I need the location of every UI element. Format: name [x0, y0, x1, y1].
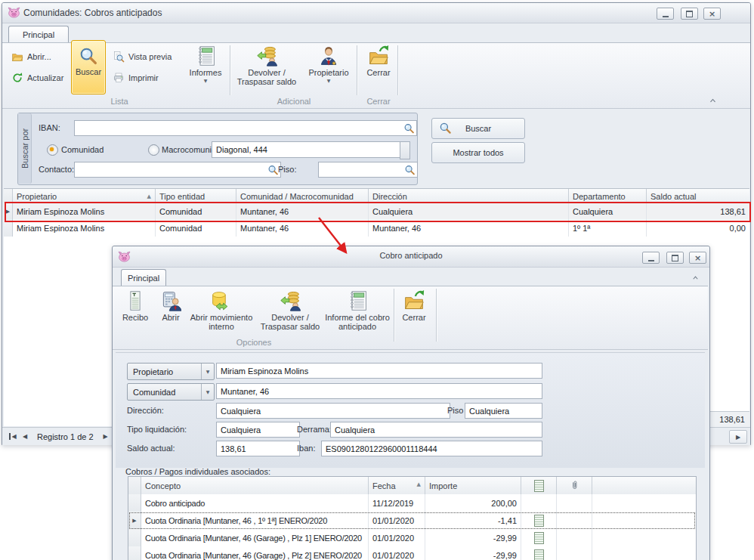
- child-window-title: Cobro anticipado: [113, 251, 709, 260]
- piso-label: Piso:: [278, 165, 296, 174]
- abrir-button[interactable]: Abrir...: [10, 48, 53, 65]
- next-record-icon[interactable]: ▶: [100, 431, 112, 443]
- column-header-receipt[interactable]: [521, 477, 557, 494]
- detail-grid: Concepto Fecha▲ Importe Cobro anticipado…: [128, 476, 697, 560]
- column-header-comunidad[interactable]: Comunidad / Macrocomunidad: [236, 189, 369, 204]
- browse-button[interactable]: [400, 141, 410, 159]
- direccion-field[interactable]: Cualquiera: [216, 403, 450, 419]
- comunidad-field[interactable]: Muntaner, 46: [216, 383, 542, 399]
- first-record-icon[interactable]: ◀: [7, 431, 19, 443]
- ribbon-separator: [436, 289, 437, 342]
- coins-person-icon: [280, 290, 301, 311]
- search-icon: [79, 46, 98, 66]
- collapse-ribbon-icon[interactable]: [691, 274, 700, 282]
- ribbon-separator: [357, 45, 357, 95]
- piso-field[interactable]: Cualquiera: [465, 403, 542, 419]
- informes-button[interactable]: Informes ▼: [184, 42, 227, 97]
- column-header-direccion[interactable]: Dirección: [369, 189, 569, 204]
- comunidad-selector[interactable]: Comunidad ▼: [127, 383, 215, 401]
- sort-asc-icon: ▲: [147, 193, 151, 200]
- receipt-icon[interactable]: [534, 532, 544, 544]
- receipt-icon: [534, 480, 544, 492]
- iban-input[interactable]: [74, 120, 417, 136]
- receipt-icon[interactable]: [534, 515, 544, 527]
- actualizar-button[interactable]: Actualizar: [10, 70, 65, 86]
- informe-cobro-button[interactable]: Informe del cobro anticipado: [324, 287, 391, 339]
- iban-field-child[interactable]: ES0901280122960001118444: [321, 441, 542, 456]
- dropdown-arrow-icon: ▼: [327, 79, 331, 83]
- record-counter: Registro 1 de 2: [37, 432, 94, 441]
- tipo-liquidacion-field[interactable]: Cualquiera: [216, 422, 300, 438]
- folder-arrow-icon: [368, 45, 389, 67]
- receipt-icon[interactable]: [534, 549, 544, 560]
- buscar-ribbon-button[interactable]: Buscar: [71, 40, 106, 94]
- radio-comunidad[interactable]: [47, 144, 58, 156]
- detail-row-focused[interactable]: ▶ Cuota Ordinaria [Muntaner, 46 , 1º 1ª]…: [128, 512, 696, 530]
- abrir-movimiento-button[interactable]: Abrir movimiento interno: [187, 287, 256, 339]
- close-icon[interactable]: ×: [689, 252, 706, 264]
- table-row[interactable]: ▶ Miriam Espinoza Molins Comunidad Munta…: [4, 203, 749, 221]
- column-header-saldo-actual[interactable]: Saldo actual: [647, 189, 749, 204]
- folder-arrow-icon: [403, 290, 425, 311]
- scroll-right-icon[interactable]: ▶: [729, 430, 747, 444]
- minimize-icon[interactable]: [642, 252, 660, 264]
- column-header-importe[interactable]: Importe: [425, 477, 521, 494]
- detail-row[interactable]: Cuota Ordinaria [Muntaner, 46 (Garage) ,…: [128, 529, 696, 547]
- piso-input[interactable]: [318, 162, 418, 178]
- tab-principal-child[interactable]: Principal: [121, 269, 166, 286]
- collapse-ribbon-icon[interactable]: [707, 96, 718, 105]
- recibo-button[interactable]: Recibo: [116, 287, 155, 339]
- column-header-tipo-entidad[interactable]: Tipo entidad: [156, 189, 236, 204]
- column-header-concepto[interactable]: Concepto: [141, 477, 369, 494]
- cerrar-ribbon-button[interactable]: Cerrar: [360, 42, 397, 97]
- restore-icon[interactable]: [666, 252, 684, 264]
- detail-grid-header: Concepto Fecha▲ Importe: [128, 477, 696, 495]
- tab-principal-main[interactable]: Principal: [8, 26, 69, 43]
- restore-icon[interactable]: [681, 8, 698, 20]
- contacto-input[interactable]: [74, 162, 281, 178]
- detail-row[interactable]: Cobro anticipado 11/12/2019 200,00: [128, 494, 696, 512]
- main-titlebar: Comunidades: Cobros anticipados ×: [2, 3, 750, 23]
- derrama-field[interactable]: Cualquiera: [330, 422, 542, 438]
- imprimir-button[interactable]: Imprimir: [111, 70, 160, 86]
- propietario-ribbon-button[interactable]: Propietario ▼: [303, 42, 354, 97]
- table-row[interactable]: Miriam Espinoza Molins Comunidad Muntane…: [4, 220, 749, 237]
- previous-record-icon[interactable]: ◀: [19, 431, 31, 443]
- vista-previa-button[interactable]: Vista previa: [111, 48, 173, 65]
- child-titlebar: Cobro anticipado ×: [113, 246, 709, 268]
- devolver-traspasar-button-child[interactable]: Devolver / Traspasar saldo: [258, 287, 323, 339]
- column-header-departamento[interactable]: Departamento: [569, 189, 647, 204]
- propietario-selector[interactable]: Propietario ▼: [127, 363, 215, 380]
- row-selector-icon: ▶: [6, 209, 10, 215]
- sort-asc-icon: ▲: [417, 481, 421, 487]
- person-icon: [318, 45, 339, 67]
- radio-comunidad-label: Comunidad: [61, 145, 104, 154]
- iban-label-child: Iban:: [297, 444, 315, 453]
- abrir-button-child[interactable]: Abrir: [156, 287, 185, 339]
- database-arrows-icon: [211, 290, 232, 311]
- pig-icon: [8, 6, 20, 19]
- refresh-icon: [11, 72, 23, 84]
- column-header-attachment[interactable]: [557, 477, 592, 494]
- buscar-button[interactable]: Buscar: [431, 118, 525, 139]
- open-folder-icon: [11, 51, 23, 63]
- mostrar-todos-button[interactable]: Mostrar todos: [431, 142, 525, 163]
- search-icon[interactable]: [404, 164, 416, 175]
- propietario-field[interactable]: Miriam Espinoza Molins: [216, 363, 542, 379]
- close-icon[interactable]: ×: [703, 8, 721, 20]
- devolver-traspasar-button[interactable]: Devolver / Traspasar saldo: [233, 42, 300, 97]
- search-icon[interactable]: [403, 122, 415, 134]
- column-header-fecha[interactable]: Fecha▲: [369, 477, 425, 494]
- contacto-label: Contacto:: [39, 165, 74, 174]
- detail-row[interactable]: Cuota Ordinaria [Muntaner, 46 (Garage) ,…: [128, 546, 696, 560]
- search-panel: Buscar por IBAN: Comunidad Macrocomunida…: [17, 113, 418, 185]
- cerrar-button-child[interactable]: Cerrar: [397, 287, 431, 339]
- search-icon[interactable]: [267, 164, 279, 175]
- column-header-propietario[interactable]: Propietario▲: [13, 189, 156, 204]
- minimize-icon[interactable]: [657, 8, 674, 20]
- coins-person-icon: [256, 45, 277, 67]
- radio-macrocomunidad[interactable]: [148, 144, 159, 156]
- ribbon-separator: [230, 45, 230, 95]
- saldo-actual-field[interactable]: 138,61: [216, 441, 300, 456]
- comunidad-input[interactable]: Diagonal, 444: [212, 141, 408, 158]
